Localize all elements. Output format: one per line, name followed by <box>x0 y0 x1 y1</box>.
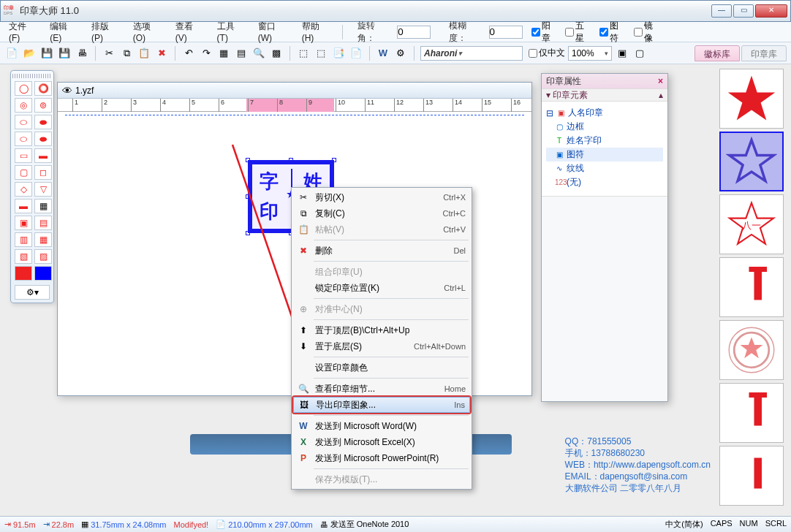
redo-icon[interactable]: ↷ <box>199 46 213 61</box>
ctx-top[interactable]: ⬆置于顶层(B)\Ctrl+Alt+Up <box>293 322 470 338</box>
blur-input[interactable] <box>489 26 523 39</box>
delete-icon[interactable]: ✖ <box>154 46 169 61</box>
ctx-detail[interactable]: 🔍查看印章细节...Home <box>293 381 470 397</box>
palette-more[interactable]: ⚙▾ <box>15 285 50 300</box>
ctx-ppt[interactable]: P发送到 Microsoft PowerPoint(R) <box>293 450 470 466</box>
tb-e[interactable]: ⬚ <box>296 46 311 61</box>
shape-f[interactable]: ▨ <box>34 249 52 264</box>
lib-hammer-sickle-3[interactable] <box>719 446 784 506</box>
shape-e[interactable]: ▧ <box>15 249 32 264</box>
close-button[interactable]: ✕ <box>755 4 787 18</box>
tree-name[interactable]: T姓名字印 <box>546 134 663 148</box>
shape-circle-thick[interactable]: ⭕ <box>34 81 52 96</box>
print-icon[interactable]: 🖶 <box>75 46 89 61</box>
ctx-copy[interactable]: ⧉复制(C)Ctrl+C <box>293 205 470 221</box>
ctx-excel[interactable]: X发送到 Microsoft Excel(X) <box>293 434 470 450</box>
ctx-align[interactable]: ⊕对准中心(N) <box>293 301 470 317</box>
ctx-template[interactable]: 保存为模版(T)... <box>293 471 470 487</box>
email-link[interactable]: dapengsoft@sina.com <box>600 471 688 482</box>
menu-help[interactable]: 帮助(H) <box>298 19 333 45</box>
lib-hammer-sickle-1[interactable] <box>719 257 784 317</box>
menu-file[interactable]: 文件(F) <box>4 19 39 45</box>
lib-red-star[interactable] <box>719 69 784 129</box>
ctx-color[interactable]: 设置印章颜色 <box>293 360 470 376</box>
tb-d[interactable]: ▩ <box>269 46 284 61</box>
lib-outline-star[interactable] <box>719 132 784 191</box>
menu-edit[interactable]: 编辑(E) <box>45 19 81 45</box>
lib-emblem[interactable] <box>719 320 784 380</box>
tree-texture[interactable]: ∿纹线 <box>546 162 663 175</box>
tb-g[interactable]: 📑 <box>331 46 346 61</box>
tree-border[interactable]: ▢边框 <box>546 120 663 134</box>
zoom-fit-icon[interactable]: ▣ <box>615 46 629 61</box>
shape-rect[interactable]: ▭ <box>15 148 32 163</box>
save-icon[interactable]: 💾 <box>39 46 54 61</box>
cut-icon[interactable]: ✂ <box>102 46 116 61</box>
tb-c[interactable]: 🔍 <box>251 46 266 61</box>
chk-tufu[interactable]: 图符 <box>599 20 625 45</box>
shape-tri[interactable]: ▽ <box>34 182 52 197</box>
shape-ring[interactable]: ⊚ <box>34 98 52 113</box>
ctx-bottom[interactable]: ⬇置于底层(S)Ctrl+Alt+Down <box>293 338 470 354</box>
paste-icon[interactable]: 📋 <box>137 46 151 61</box>
chk-only-cn[interactable]: 仅中文 <box>529 47 565 59</box>
shape-d[interactable]: ▦ <box>34 232 52 247</box>
maximize-button[interactable]: ▭ <box>733 4 754 18</box>
menu-window[interactable]: 窗口(W) <box>254 19 292 45</box>
prop-close-icon[interactable]: × <box>658 76 663 86</box>
shape-hbar[interactable]: ▬ <box>15 199 32 213</box>
web-link[interactable]: http://www.dapengsoft.com.cn <box>594 460 711 470</box>
chk-yang[interactable]: 阳章 <box>531 20 557 45</box>
lib-hammer-sickle-2[interactable] <box>719 383 784 443</box>
shape-grid[interactable]: ▦ <box>34 199 52 213</box>
prop-section[interactable]: ▾ 印章元素▴ <box>542 88 667 102</box>
undo-icon[interactable]: ↶ <box>181 46 196 61</box>
word-icon[interactable]: W <box>376 46 390 61</box>
chk-wuxing[interactable]: 五星 <box>565 20 591 45</box>
menu-options[interactable]: 选项(O) <box>129 19 165 45</box>
tab-badge-lib[interactable]: 徽标库 <box>695 45 740 61</box>
swatch-blue[interactable] <box>34 266 52 281</box>
minimize-button[interactable]: — <box>711 4 732 18</box>
new-icon[interactable]: 📄 <box>4 46 19 61</box>
tb-f[interactable]: ⬚ <box>314 46 328 61</box>
ctx-lock[interactable]: 锁定印章位置(K)Ctrl+L <box>293 280 470 296</box>
shape-oval[interactable]: ⬭ <box>15 115 32 129</box>
shape-oval2[interactable]: ⬬ <box>34 115 52 129</box>
menu-layout[interactable]: 排版(P) <box>87 19 123 45</box>
shape-circle[interactable]: ◯ <box>15 81 32 96</box>
swatch-red[interactable] <box>15 266 32 281</box>
options-icon[interactable]: ⚙ <box>393 46 408 61</box>
chk-mirror[interactable]: 镜像 <box>634 20 659 45</box>
tb-h[interactable]: 📄 <box>349 46 363 61</box>
zoom-select[interactable]: 100% <box>568 46 612 61</box>
rotate-input[interactable] <box>397 26 431 39</box>
tab-stamp-lib[interactable]: 印章库 <box>741 45 787 61</box>
lib-army-star[interactable]: 八一 <box>719 194 784 254</box>
shape-sq2[interactable]: ◻ <box>34 165 52 180</box>
shape-oval3[interactable]: ⬭ <box>15 132 32 146</box>
shape-sq[interactable]: ▢ <box>15 165 32 180</box>
font-select[interactable]: Aharoni <box>420 46 523 61</box>
shape-c[interactable]: ▥ <box>15 232 32 247</box>
menu-view[interactable]: 查看(V) <box>171 19 207 45</box>
zoom-full-icon[interactable]: ▢ <box>632 46 647 61</box>
tree-root[interactable]: ⊟▣人名印章 <box>546 106 663 120</box>
shape-oval4[interactable]: ⬬ <box>34 132 52 146</box>
ctx-group[interactable]: 组合印章(U) <box>293 264 470 280</box>
ctx-delete[interactable]: ✖删除Del <box>293 243 470 259</box>
ctx-export[interactable]: 🖼导出印章图象...Ins <box>293 397 470 413</box>
saveall-icon[interactable]: 💾 <box>57 46 72 61</box>
tree-symbol[interactable]: ▣图符 <box>546 148 663 162</box>
shape-rect2[interactable]: ▬ <box>34 148 52 163</box>
tb-a[interactable]: ▦ <box>216 46 231 61</box>
shape-target[interactable]: ◎ <box>15 98 32 113</box>
shape-a[interactable]: ▣ <box>15 216 32 230</box>
tb-b[interactable]: ▤ <box>234 46 249 61</box>
ctx-paste[interactable]: 📋粘帖(V)Ctrl+V <box>293 221 470 238</box>
copy-icon[interactable]: ⧉ <box>119 46 134 61</box>
open-icon[interactable]: 📂 <box>22 46 37 61</box>
ctx-word[interactable]: W发送到 Microsoft Word(W) <box>293 418 470 434</box>
ctx-cut[interactable]: ✂剪切(X)Ctrl+X <box>293 189 470 205</box>
shape-b[interactable]: ▤ <box>34 216 52 230</box>
